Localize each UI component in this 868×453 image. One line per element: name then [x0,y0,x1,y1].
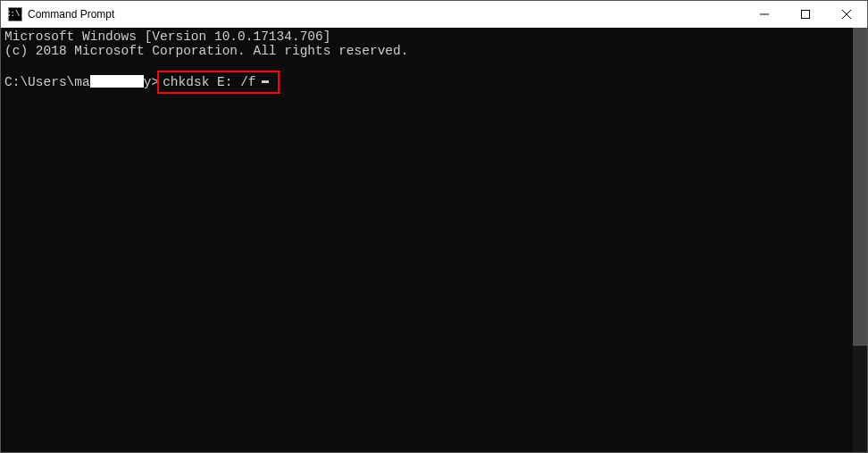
redacted-username [90,75,144,88]
prompt-line: C:\Users\may>chkdsk E: /f [4,71,849,94]
command-text: chkdsk E: /f [163,75,255,89]
command-highlight: chkdsk E: /f [157,71,279,94]
terminal-content[interactable]: Microsoft Windows [Version 10.0.17134.70… [1,28,853,452]
title-bar[interactable]: C:\. Command Prompt [1,1,867,28]
window-controls [744,1,867,28]
terminal-area[interactable]: Microsoft Windows [Version 10.0.17134.70… [1,28,867,452]
minimize-button[interactable] [744,1,785,28]
minimize-icon [760,10,769,19]
command-prompt-window: C:\. Command Prompt Microsoft Windows [V… [0,0,868,453]
maximize-icon [801,10,810,19]
app-icon: C:\. [8,7,22,21]
maximize-button[interactable] [785,1,826,28]
scrollbar-thumb[interactable] [853,28,867,346]
close-button[interactable] [826,1,867,28]
app-icon-text: C:\. [5,10,25,19]
terminal-line-1: Microsoft Windows [Version 10.0.17134.70… [4,29,849,44]
close-icon [842,10,851,19]
scrollbar[interactable] [853,28,867,452]
terminal-line-2: (c) 2018 Microsoft Corporation. All righ… [4,44,849,58]
prompt-prefix: C:\Users\ma [4,75,90,89]
cursor [262,80,269,83]
window-title: Command Prompt [28,8,114,21]
svg-rect-1 [802,11,810,19]
